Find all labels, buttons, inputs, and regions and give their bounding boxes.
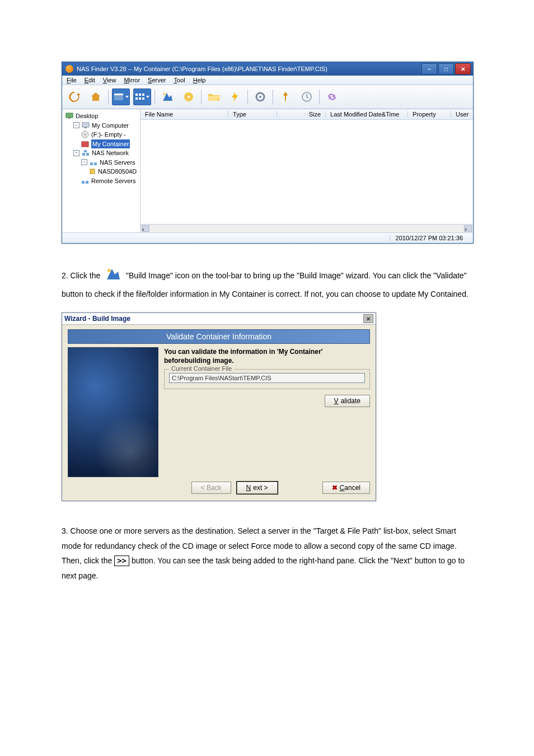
step-2-text: 2. Click the "Build Image" icon on the t… <box>62 266 472 301</box>
tree-my-computer[interactable]: − My Computer <box>65 121 137 130</box>
close-button[interactable]: ✕ <box>455 63 471 74</box>
home-icon[interactable] <box>87 88 105 105</box>
tree-drive-f[interactable]: (F:)- Empty - <box>65 130 137 139</box>
cancel-button[interactable]: ✖ Cancel <box>322 482 370 494</box>
tree-remote-servers[interactable]: Remote Servers <box>65 176 137 186</box>
build-image-icon[interactable] <box>158 88 176 105</box>
clock-icon[interactable] <box>298 88 316 105</box>
tree-label: NAS Network <box>92 148 129 158</box>
wizard-close-button[interactable]: ✕ <box>363 314 373 323</box>
col-user[interactable]: User <box>451 111 473 118</box>
expander-icon[interactable]: − <box>73 122 79 128</box>
maximize-button[interactable]: □ <box>438 63 454 74</box>
menu-mirror[interactable]: Mirror <box>124 77 140 83</box>
tree-label-selected: My Container <box>91 139 130 149</box>
toolbar <box>62 85 473 109</box>
svg-rect-22 <box>86 153 89 156</box>
tree-my-container[interactable]: My Container <box>65 139 137 149</box>
view-mode-icon[interactable] <box>112 88 130 105</box>
status-time: 2010/12/27 PM 03:21:36 <box>390 235 469 241</box>
tree-server-node[interactable]: NASD80504D <box>65 167 137 176</box>
col-size[interactable]: Size <box>277 111 326 118</box>
list-view[interactable]: File Name Type Size Last Modified Date&T… <box>140 109 473 232</box>
tree-label: Remote Servers <box>91 176 135 186</box>
svg-rect-20 <box>82 142 88 147</box>
tree-label: NASD80504D <box>98 167 137 176</box>
svg-rect-5 <box>135 97 138 100</box>
refresh-icon[interactable] <box>65 88 83 105</box>
svg-rect-3 <box>139 94 141 96</box>
svg-rect-28 <box>86 181 88 184</box>
step2-lead: 2. Click the <box>62 271 102 280</box>
wizard-title: Wizard - Build Image <box>64 315 130 323</box>
validate-button[interactable]: Validate <box>325 395 370 407</box>
minimize-button[interactable]: – <box>421 63 437 74</box>
container-path-field[interactable] <box>169 373 365 383</box>
svg-rect-17 <box>85 127 87 128</box>
svg-rect-24 <box>90 162 93 165</box>
next-button[interactable]: Next > <box>237 482 278 494</box>
step-3-text: 3. Choose one or more servers as the des… <box>62 524 472 583</box>
cancel-x-icon: ✖ <box>332 484 338 492</box>
tree-label: (F:)- Empty - <box>91 130 126 139</box>
svg-rect-26 <box>90 169 95 174</box>
tree-nas-servers[interactable]: − NAS Servers <box>65 158 137 167</box>
tree-desktop[interactable]: Desktop <box>65 111 137 121</box>
svg-rect-14 <box>66 113 73 118</box>
inline-double-arrow-button: >> <box>114 556 129 566</box>
svg-point-29 <box>107 269 111 272</box>
tree-label: My Computer <box>92 121 129 130</box>
list-header: File Name Type Size Last Modified Date&T… <box>140 109 473 120</box>
menu-server[interactable]: Server <box>148 77 166 83</box>
menu-view[interactable]: View <box>103 77 116 83</box>
svg-rect-6 <box>139 97 141 100</box>
build-image-inline-icon <box>105 266 121 287</box>
nas-finder-window: NAS Finder V3.28 -- My Container (C:\Pro… <box>62 62 474 244</box>
menu-file[interactable]: File <box>67 77 77 83</box>
col-type[interactable]: Type <box>228 111 277 118</box>
wizard-footer: < Back Next > ✖ Cancel <box>68 477 370 494</box>
svg-point-19 <box>85 134 86 136</box>
list-mode-icon[interactable] <box>133 88 151 105</box>
svg-rect-1 <box>114 94 123 95</box>
svg-rect-23 <box>84 150 87 152</box>
tree-label: NAS Servers <box>100 158 135 167</box>
svg-rect-21 <box>82 153 85 156</box>
scroll-left-icon[interactable]: ‹ <box>142 225 149 232</box>
menu-help[interactable]: Help <box>193 77 206 83</box>
col-property[interactable]: Property <box>408 111 451 118</box>
lightning-icon[interactable] <box>226 88 244 105</box>
back-button: < Back <box>191 482 231 494</box>
svg-point-10 <box>188 96 190 98</box>
expander-icon[interactable]: − <box>81 159 87 165</box>
col-modified[interactable]: Last Modified Date&Time <box>326 111 408 118</box>
svg-point-8 <box>163 93 166 95</box>
expander-icon[interactable]: − <box>73 150 79 156</box>
svg-rect-16 <box>82 123 89 127</box>
wizard-banner: Validate Container Information <box>68 329 370 344</box>
menu-tool[interactable]: Tool <box>174 77 185 83</box>
gear-icon[interactable] <box>251 88 269 105</box>
scroll-right-icon[interactable]: › <box>464 225 472 232</box>
folder-open-icon[interactable] <box>205 88 223 105</box>
disc-icon[interactable] <box>180 88 198 105</box>
wizard-description: You can validate the information in 'My … <box>164 347 370 365</box>
titlebar: NAS Finder V3.28 -- My Container (C:\Pro… <box>62 62 473 76</box>
wizard-build-image-dialog: Wizard - Build Image ✕ Validate Containe… <box>62 312 376 501</box>
tree-view[interactable]: Desktop − My Computer (F:)- Empty - My C… <box>62 109 140 232</box>
wizard-side-image <box>68 347 158 477</box>
svg-point-12 <box>259 96 261 98</box>
svg-rect-4 <box>142 94 144 96</box>
svg-rect-2 <box>135 94 138 96</box>
horizontal-scrollbar[interactable]: ‹ › <box>140 224 473 232</box>
current-container-group: Current Container File <box>164 369 370 389</box>
sync-icon[interactable] <box>323 88 341 105</box>
svg-rect-25 <box>94 162 97 165</box>
app-icon <box>65 65 73 73</box>
pin-icon[interactable] <box>277 88 294 105</box>
svg-rect-27 <box>82 181 85 184</box>
list-body[interactable] <box>140 120 473 224</box>
tree-nas-network[interactable]: − NAS Network <box>65 148 137 158</box>
col-filename[interactable]: File Name <box>140 111 228 118</box>
menu-edit[interactable]: Edit <box>85 77 95 83</box>
